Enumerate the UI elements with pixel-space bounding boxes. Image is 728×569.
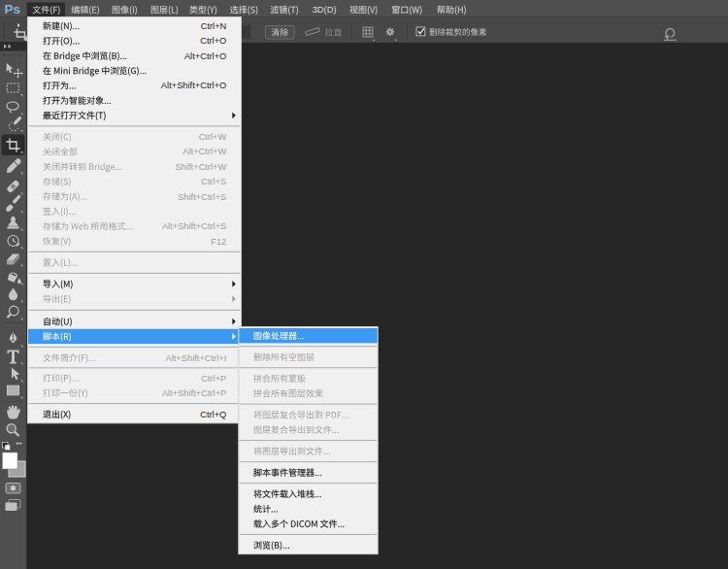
svg-text:Alt+Ctrl+W: Alt+Ctrl+W — [182, 147, 226, 156]
svg-text:Alt+Ctrl+O: Alt+Ctrl+O — [184, 51, 226, 61]
svg-text:Ctrl+P: Ctrl+P — [201, 374, 226, 384]
svg-text:Alt+Shift+Ctrl+S: Alt+Shift+Ctrl+S — [162, 221, 226, 231]
svg-text:Ctrl+O: Ctrl+O — [200, 36, 226, 46]
svg-text:Shift+Ctrl+W: Shift+Ctrl+W — [176, 162, 227, 172]
svg-text:F12: F12 — [211, 237, 226, 247]
svg-text:Ctrl+N: Ctrl+N — [201, 21, 227, 31]
svg-text:3D(D): 3D(D) — [313, 5, 337, 15]
svg-text:Alt+Shift+Ctrl+I: Alt+Shift+Ctrl+I — [166, 353, 227, 363]
svg-text:Ctrl+Q: Ctrl+Q — [200, 410, 226, 419]
svg-text:Ps: Ps — [5, 2, 21, 17]
svg-text:Ctrl+W: Ctrl+W — [199, 132, 227, 142]
svg-text:Ctrl+S: Ctrl+S — [201, 177, 226, 186]
svg-text:Shift+Ctrl+S: Shift+Ctrl+S — [178, 192, 226, 202]
svg-text:Alt+Shift+Ctrl+P: Alt+Shift+Ctrl+P — [162, 388, 226, 398]
svg-text:Alt+Shift+Ctrl+O: Alt+Shift+Ctrl+O — [161, 81, 226, 90]
